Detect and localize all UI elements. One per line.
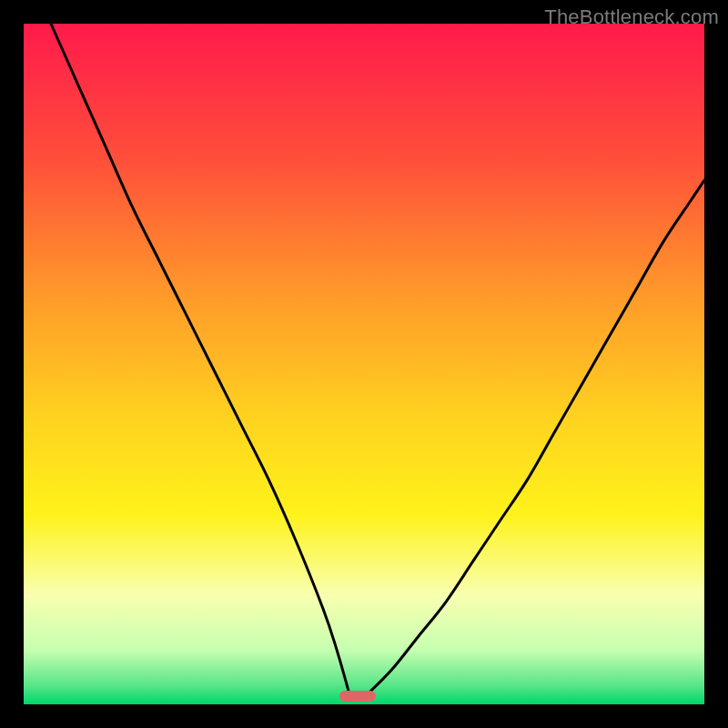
- bottleneck-curve: [24, 24, 704, 704]
- optimum-marker: [339, 691, 376, 702]
- plot-area: [24, 24, 704, 704]
- curve-left-branch: [51, 24, 350, 698]
- curve-right-branch: [364, 180, 704, 697]
- watermark-text: TheBottleneck.com: [544, 5, 719, 29]
- chart-frame: TheBottleneck.com: [0, 0, 728, 728]
